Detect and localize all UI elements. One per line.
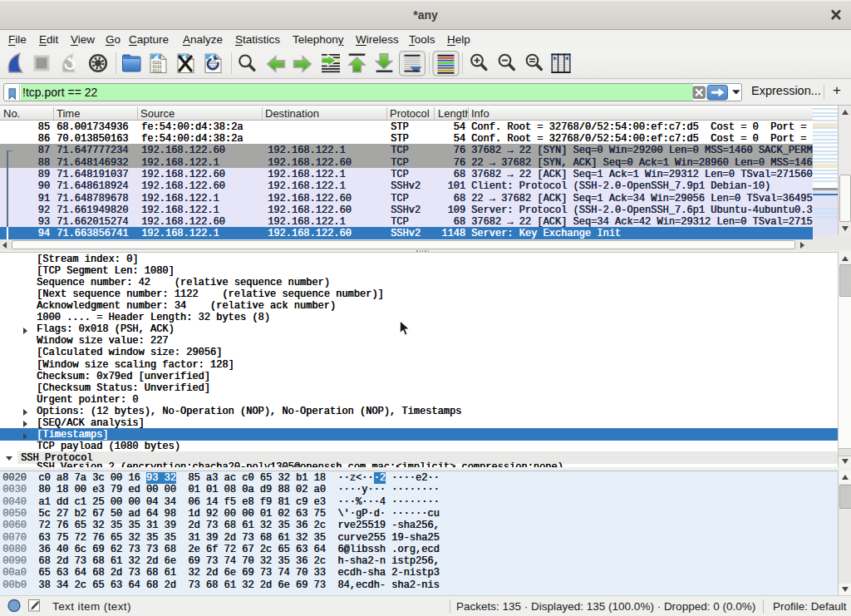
svg-text:0111: 0111	[153, 69, 162, 73]
